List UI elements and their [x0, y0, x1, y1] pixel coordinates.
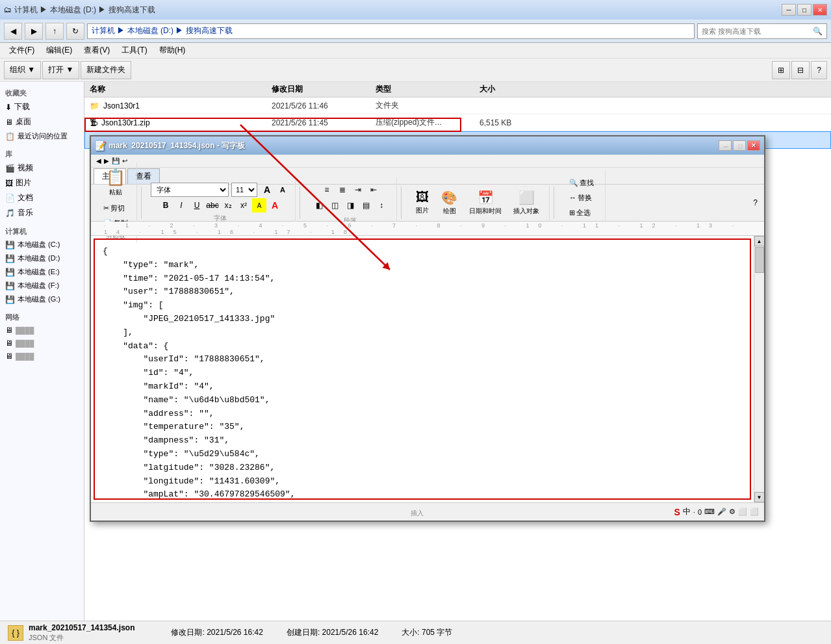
- insert-object-button[interactable]: ⬜ 插入对象: [509, 187, 544, 219]
- insert-paint-button[interactable]: 🎨 绘图: [437, 187, 462, 219]
- open-button[interactable]: 打开 ▼: [42, 61, 79, 79]
- cut-button[interactable]: ✂ 剪切: [100, 201, 131, 215]
- sidebar-item-drive-d[interactable]: 💾 本地磁盘 (D:): [3, 251, 81, 265]
- view-options-button[interactable]: ⊞: [772, 61, 790, 79]
- refresh-button[interactable]: ↻: [66, 23, 84, 40]
- up-button[interactable]: ↑: [45, 23, 64, 40]
- paste-button[interactable]: 📋 粘贴: [101, 165, 130, 200]
- menu-help[interactable]: 帮助(H): [154, 44, 191, 57]
- sidebar-item-desktop[interactable]: 🖥 桌面: [3, 114, 81, 129]
- align-left-button[interactable]: ◧: [312, 198, 326, 213]
- preview-button[interactable]: ⊟: [791, 61, 810, 79]
- menu-view[interactable]: 查看(V): [79, 44, 115, 57]
- align-justify-button[interactable]: ▤: [359, 198, 373, 213]
- help-button[interactable]: ?: [811, 61, 827, 79]
- picture-icon: 🖼: [5, 179, 13, 188]
- notepad-text-area[interactable]: { "type": "mark", "time": "2021-05-17 14…: [94, 238, 751, 500]
- insert-datetime-label: 日期和时间: [469, 207, 502, 216]
- font-shrink-button[interactable]: A: [275, 183, 290, 197]
- column-header-type[interactable]: 类型: [376, 84, 479, 95]
- align-center-button[interactable]: ◫: [327, 198, 342, 213]
- sidebar-item-network-3[interactable]: 🖥 ████: [3, 350, 81, 363]
- scroll-up-button[interactable]: ▲: [754, 236, 765, 246]
- column-header-date[interactable]: 修改日期: [272, 84, 376, 95]
- settings-icon[interactable]: ⚙: [729, 508, 735, 516]
- sidebar-item-drive-f[interactable]: 💾 本地磁盘 (F:): [3, 279, 81, 292]
- subscript-button[interactable]: x₂: [221, 198, 235, 213]
- italic-button[interactable]: I: [174, 198, 188, 213]
- insert-datetime-button[interactable]: 📅 日期和时间: [465, 187, 506, 219]
- drive-f-icon: 💾: [5, 281, 15, 290]
- sidebar-item-recent[interactable]: 📋 最近访问的位置: [3, 129, 81, 143]
- sidebar-desktop-label: 桌面: [16, 116, 31, 127]
- highlight-button[interactable]: A: [252, 198, 266, 213]
- sidebar-item-picture[interactable]: 🖼 图片: [3, 175, 81, 190]
- status-icon-1: ⬜: [738, 508, 747, 516]
- ime-indicator: S: [674, 507, 680, 517]
- sidebar-network-section: 网络 🖥 ████ 🖥 ████ 🖥 ████: [3, 311, 81, 363]
- back-button[interactable]: ◀: [4, 23, 22, 40]
- notepad-maximize-btn[interactable]: □: [733, 140, 746, 151]
- font-dropdown[interactable]: 字体: [151, 183, 229, 197]
- scroll-thumb[interactable]: [755, 247, 764, 273]
- search-input[interactable]: [702, 27, 813, 35]
- column-header-size[interactable]: 大小: [479, 84, 544, 95]
- outdent-button[interactable]: ⇤: [366, 183, 381, 197]
- status-icon-2: ⬜: [750, 508, 759, 516]
- file-label-json130r1: Json130r1: [103, 101, 140, 110]
- sidebar-item-download[interactable]: ⬇ 下载: [3, 99, 81, 114]
- selectall-icon: ⊞: [569, 209, 575, 217]
- menu-file[interactable]: 文件(F): [4, 44, 40, 57]
- status-size: 大小: 705 字节: [402, 627, 452, 638]
- insert-image-button[interactable]: 🖼 图片: [411, 187, 434, 218]
- cut-label: 剪切: [110, 203, 125, 213]
- selectall-button[interactable]: ⊞ 全选: [566, 206, 597, 220]
- underline-button[interactable]: U: [190, 198, 204, 213]
- search-box[interactable]: 🔍: [697, 23, 827, 39]
- address-path[interactable]: 计算机 ▶ 本地磁盘 (D:) ▶ 搜狗高速下载: [87, 23, 695, 39]
- forward-button[interactable]: ▶: [25, 23, 43, 40]
- indent-button[interactable]: ⇥: [351, 183, 365, 197]
- sidebar-item-drive-e[interactable]: 💾 本地磁盘 (E:): [3, 265, 81, 279]
- find-button[interactable]: 🔍 查找: [566, 176, 597, 190]
- file-row-json130r1zip[interactable]: 🗜 Json130r1.zip 2021/5/26 11:45 压缩(zippe…: [84, 114, 831, 131]
- scroll-down-button[interactable]: ▼: [754, 492, 765, 502]
- file-name-json130r1: 📁 Json130r1: [90, 101, 272, 110]
- sidebar-item-drive-g[interactable]: 💾 本地磁盘 (G:): [3, 292, 81, 306]
- replace-icon: ↔: [569, 194, 576, 201]
- font-grow-button[interactable]: A: [260, 183, 274, 197]
- notepad-close-btn[interactable]: ✕: [747, 140, 760, 151]
- sidebar-library-section: 库 🎬 视频 🖼 图片 📄 文档 🎵 音乐: [3, 148, 81, 220]
- size-dropdown[interactable]: 11: [231, 183, 257, 197]
- sidebar-item-network-1[interactable]: 🖥 ████: [3, 324, 81, 337]
- font-color-button[interactable]: A: [268, 198, 282, 213]
- menu-edit[interactable]: 编辑(E): [41, 44, 77, 57]
- strikethrough-button[interactable]: abc: [205, 198, 220, 213]
- notepad-scrollbar[interactable]: ▲ ▼: [754, 236, 764, 502]
- maximize-button[interactable]: □: [797, 4, 812, 16]
- menu-tools[interactable]: 工具(T): [116, 44, 152, 57]
- superscript-button[interactable]: x²: [237, 198, 251, 213]
- notepad-minimize-btn[interactable]: ─: [719, 140, 732, 151]
- sidebar-drive-g-label: 本地磁盘 (G:): [18, 294, 60, 304]
- sidebar-item-drive-c[interactable]: 💾 本地磁盘 (C:): [3, 238, 81, 251]
- scroll-track[interactable]: [754, 246, 765, 492]
- bold-button[interactable]: B: [159, 198, 173, 213]
- list-bullet-button[interactable]: ≡: [320, 183, 334, 197]
- column-header-name[interactable]: 名称: [90, 84, 272, 95]
- file-type-json130r1zip: 压缩(zipped)文件...: [376, 117, 479, 128]
- list-num-button[interactable]: ≣: [335, 183, 350, 197]
- new-folder-button[interactable]: 新建文件夹: [81, 61, 131, 79]
- line-spacing-button[interactable]: ↕: [374, 198, 389, 213]
- align-right-button[interactable]: ◨: [343, 198, 357, 213]
- sidebar-item-video[interactable]: 🎬 视频: [3, 161, 81, 175]
- file-row-json130r1[interactable]: 📁 Json130r1 2021/5/26 11:46 文件夹: [84, 97, 831, 114]
- sidebar-item-music[interactable]: 🎵 音乐: [3, 205, 81, 220]
- organize-button[interactable]: 组织 ▼: [4, 61, 41, 79]
- replace-button[interactable]: ↔ 替换: [566, 191, 597, 205]
- close-button[interactable]: ✕: [813, 4, 827, 16]
- help-icon[interactable]: ?: [750, 196, 760, 210]
- minimize-button[interactable]: ─: [782, 4, 796, 16]
- sidebar-item-document[interactable]: 📄 文档: [3, 190, 81, 205]
- sidebar-item-network-2[interactable]: 🖥 ████: [3, 337, 81, 350]
